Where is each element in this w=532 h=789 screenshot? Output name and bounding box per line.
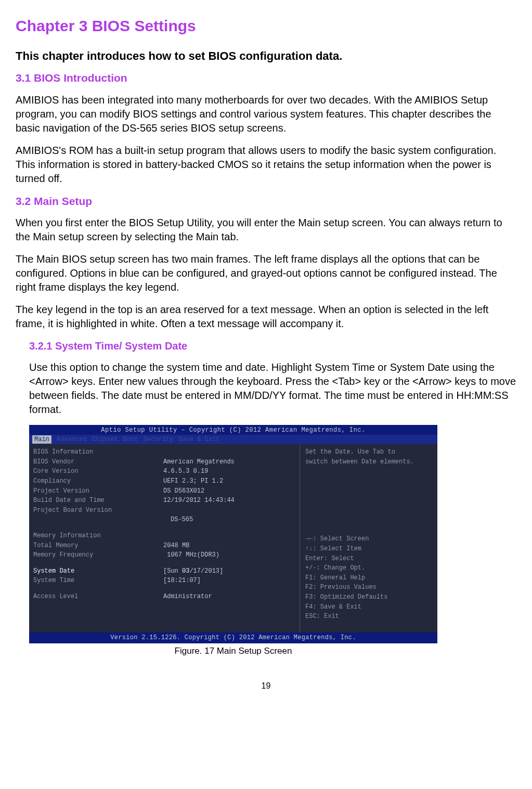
bios-section-label: Memory Information [33,531,163,541]
section-3-2-1-heading: 3.2.1 System Time/ System Date [29,339,516,353]
bios-label: Total Memory [33,541,163,551]
bios-key-legend: +/-: Change Opt. [305,563,432,573]
bios-value: DS D563X012 [163,486,295,496]
bios-label: Build Date and Time [33,496,163,506]
bios-label: Core Version [33,467,163,476]
bios-key-legend: ESC: Exit [305,612,432,622]
bios-label: Memory Frequency [33,550,163,560]
bios-value: 12/19/2012 14:43:44 [163,496,295,506]
bios-value: DS-565 [163,515,295,525]
bios-key-legend: F2: Previous Values [305,583,432,592]
page-number: 19 [16,680,516,692]
bios-value: 2048 MB [163,541,295,551]
bios-system-date-value: [Sun 03/17/2013] [163,566,295,576]
section-3-2-heading: 3.2 Main Setup [16,194,516,209]
bios-tab-main: Main [32,435,51,444]
bios-label: Project Version [33,486,163,496]
bios-label: Project Board Version [33,506,163,515]
bios-tab-chipset: Chipset [92,435,118,444]
bios-value: 1067 MHz(DDR3) [163,550,295,560]
bios-screenshot: Aptio Setup Utility – Copyright (C) 2012… [29,425,437,643]
bios-tabbar: Main Advanced Chipset Boot Security Save… [29,435,437,444]
bios-value: 4.6.5.3 0.19 [163,467,295,476]
body-paragraph: The key legend in the top is an area res… [16,303,516,331]
body-paragraph: When you first enter the BIOS Setup Util… [16,216,516,244]
bios-label: Compliancy [33,476,163,486]
body-paragraph: AMIBIOS's ROM has a built-in setup progr… [16,144,516,186]
bios-key-legend: F1: General Help [305,573,432,583]
bios-label [33,515,163,525]
section-3-1-heading: 3.1 BIOS Introduction [16,71,516,85]
chapter-intro: This chapter introduces how to set BIOS … [16,48,516,64]
body-paragraph: Use this option to change the system tim… [29,360,516,417]
bios-label: Access Level [33,592,163,602]
bios-titlebar: Aptio Setup Utility – Copyright (C) 2012… [29,425,437,435]
bios-value: American Megatrends [163,457,295,467]
body-paragraph: AMIBIOS has been integrated into many mo… [16,93,516,135]
chapter-title: Chapter 3 BIOS Settings [16,16,516,37]
bios-right-pane: Set the Date. Use Tab to switch between … [300,444,437,637]
bios-tab-boot: Boot [123,435,138,444]
bios-key-legend: →←: Select Screen [305,534,432,544]
bios-footer: Version 2.15.1226. Copyright (C) 2012 Am… [29,632,437,643]
bios-system-date-label: System Date [33,566,163,576]
bios-section-label: BIOS Information [33,447,163,457]
bios-value: Administrator [163,592,295,602]
bios-system-time-value: [18:21:07] [163,576,295,586]
bios-key-legend: F3: Optimized Defaults [305,592,432,602]
bios-label: BIOS Vendor [33,457,163,467]
bios-tab-save-exit: Save & Exit [178,435,219,444]
bios-tab-security: Security [144,435,174,444]
bios-value: UEFI 2.3; PI 1.2 [163,476,295,486]
bios-help-text: switch between Date elements. [305,457,432,467]
body-paragraph: The Main BIOS setup screen has two main … [16,252,516,294]
bios-help-text: Set the Date. Use Tab to [305,447,432,457]
bios-left-pane: BIOS Information BIOS VendorAmerican Meg… [29,444,300,637]
bios-key-legend: F4: Save & Exit [305,602,432,612]
bios-key-legend: Enter: Select [305,554,432,564]
bios-system-time-label: System Time [33,576,163,586]
bios-key-legend: ↑↓: Select Item [305,544,432,554]
figure-caption: Figure. 17 Main Setup Screen [29,645,437,657]
bios-tab-advanced: Advanced [57,435,87,444]
